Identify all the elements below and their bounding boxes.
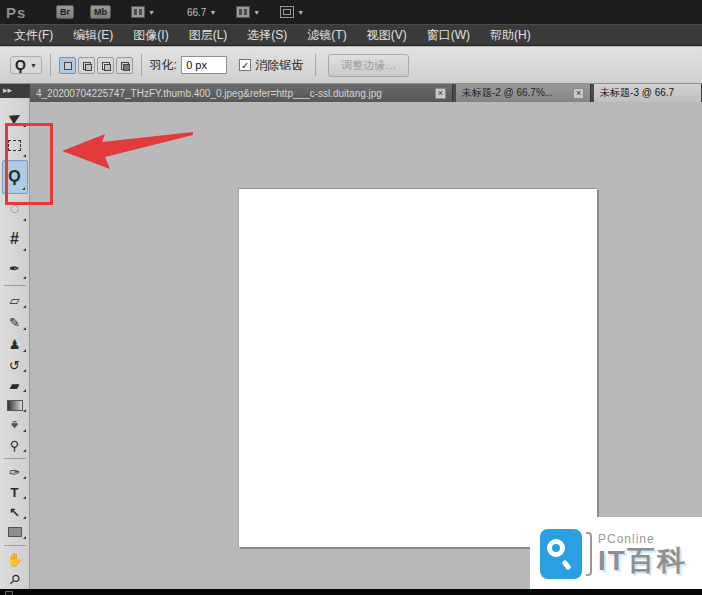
zoom-tool[interactable]: ⚲ [2,569,28,589]
document-canvas[interactable] [238,188,597,547]
menu-bar: 文件(F) 编辑(E) 图像(I) 图层(L) 选择(S) 滤镜(T) 视图(V… [0,24,702,46]
watermark: PConline IT百科 [530,517,702,590]
mini-foreground-swatch [5,591,13,595]
eraser-tool[interactable]: ▰ [2,375,28,395]
magnifier-icon: ⚲ [7,571,23,587]
feather-label: 羽化: [150,57,177,74]
tab-title: 4_20200704225747_THzFY.thumb.400_0.jpeg&… [36,88,430,99]
screen-mode-icon [280,6,294,18]
bottom-bar [0,589,702,595]
menu-help[interactable]: 帮助(H) [490,27,531,44]
intersect-selection-button[interactable] [116,57,133,74]
subtract-from-selection-button[interactable] [97,57,114,74]
zoom-level-value: 66.7 [187,7,206,18]
path-selection-icon: ↖ [9,506,20,519]
watermark-title: IT百科 [598,546,687,576]
eyedropper-tool[interactable]: ✒ [2,254,28,282]
dodge-tool[interactable]: ⚲ [2,435,28,455]
lasso-icon: Ϙ [15,59,26,71]
dodge-icon: ⚲ [10,439,20,452]
tab-document-1[interactable]: 4_20200704225747_THzFY.thumb.400_0.jpeg&… [30,84,453,102]
clone-stamp-tool[interactable]: ♟ [2,333,28,355]
tab-title: 未标题-3 @ 66.7 [600,86,695,100]
menu-layer[interactable]: 图层(L) [189,27,228,44]
separator [141,54,142,76]
move-icon: ▶ [7,108,22,124]
gradient-tool[interactable] [2,395,28,415]
photoshop-window: Ps Br Mb ▼ 66.7 ▼ ▼ ▼ 文件(F) 编辑(E) 图像(I) … [0,0,702,595]
menu-window[interactable]: 窗口(W) [427,27,470,44]
blur-drop-icon: ♠ [11,419,18,432]
chevron-down-icon: ▼ [253,9,260,16]
tab-title: 未标题-2 @ 66.7%... [462,86,568,100]
brush-icon: ✎ [9,316,20,329]
chevron-down-icon: ▼ [209,9,216,16]
view-extras-dropdown[interactable]: ▼ [131,6,155,18]
clone-stamp-icon: ♟ [9,338,21,351]
watermark-brand: PConline [598,532,687,546]
watermark-bracket [586,532,592,576]
arrange-documents-icon [236,6,250,18]
rectangle-shape-icon [8,527,22,537]
blur-tool[interactable]: ♠ [2,415,28,435]
eraser-icon: ▰ [10,379,20,392]
tab-document-3-active[interactable]: 未标题-3 @ 66.7 [594,84,702,102]
feather-input[interactable]: 0 px [181,56,227,74]
view-extras-icon [131,6,145,18]
healing-brush-icon: ▱ [10,294,20,307]
type-tool[interactable]: T [2,482,28,502]
watermark-magnifier-icon [540,529,582,579]
hand-tool[interactable]: ✋ [2,549,28,569]
tool-options-bar: Ϙ ▼ 羽化: 0 px ✓ 消除锯齿 调整边缘… [0,47,702,84]
tool-preset-picker[interactable]: Ϙ ▼ [10,56,42,74]
pen-icon: ✑ [9,466,20,479]
selection-mode-buttons [59,57,133,74]
crop-tool[interactable]: # [2,224,28,254]
menu-edit[interactable]: 编辑(E) [73,27,113,44]
divider [4,458,26,459]
menu-image[interactable]: 图像(I) [133,27,168,44]
separator [315,54,316,76]
mini-bridge-button[interactable]: Mb [90,5,111,19]
ps-logo: Ps [6,4,40,21]
tab-document-2[interactable]: 未标题-2 @ 66.7%... × [456,84,591,102]
chevron-down-icon: ▼ [30,62,37,69]
zoom-level-dropdown[interactable]: 66.7 ▼ [187,7,216,18]
antialias-label: 消除锯齿 [255,57,303,74]
refine-edge-button[interactable]: 调整边缘… [328,54,409,77]
chevron-down-icon: ▼ [148,9,155,16]
menu-filter[interactable]: 滤镜(T) [307,27,346,44]
history-brush-tool[interactable]: ↺ [2,355,28,375]
antialias-checkbox[interactable]: ✓ [239,59,251,71]
document-tab-bar: 4_20200704225747_THzFY.thumb.400_0.jpeg&… [30,84,702,102]
brush-tool[interactable]: ✎ [2,311,28,333]
separator [50,54,51,76]
annotation-highlight-box [5,123,53,205]
divider [4,285,26,286]
close-icon[interactable]: × [435,88,446,99]
healing-brush-tool[interactable]: ▱ [2,289,28,311]
add-to-selection-button[interactable] [78,57,95,74]
tool-panel-collapse-button[interactable]: ▸▸ [0,84,30,98]
gradient-icon [7,400,23,411]
new-selection-button[interactable] [59,57,76,74]
menu-file[interactable]: 文件(F) [14,27,53,44]
history-brush-icon: ↺ [9,359,20,372]
chevron-down-icon: ▼ [297,9,304,16]
close-icon[interactable]: × [573,88,584,99]
pen-tool[interactable]: ✑ [2,462,28,482]
divider [4,545,26,546]
eyedropper-icon: ✒ [9,262,20,275]
shape-tool[interactable] [2,522,28,542]
title-bar: Ps Br Mb ▼ 66.7 ▼ ▼ ▼ [0,0,702,24]
bridge-button[interactable]: Br [56,5,74,19]
screen-mode-dropdown[interactable]: ▼ [280,6,304,18]
path-selection-tool[interactable]: ↖ [2,502,28,522]
annotation-arrow [55,118,200,178]
menu-view[interactable]: 视图(V) [367,27,407,44]
menu-select[interactable]: 选择(S) [247,27,287,44]
type-icon: T [11,486,19,499]
hand-icon: ✋ [6,553,22,566]
crop-icon: # [10,231,19,247]
arrange-documents-dropdown[interactable]: ▼ [236,6,260,18]
